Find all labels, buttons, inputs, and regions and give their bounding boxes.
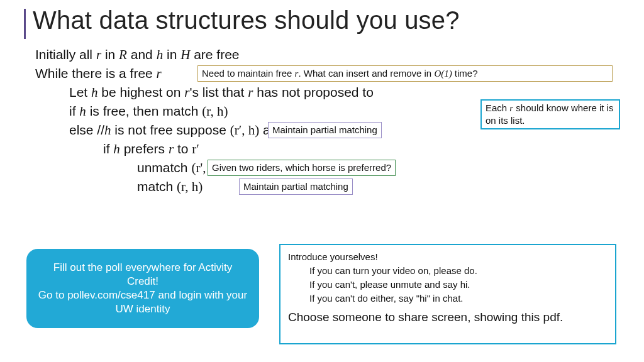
algo-line-3: Let h be highest on r's list that r has … [35, 83, 374, 102]
algo-line-1: Initially all r in R and h in H are free [35, 45, 374, 64]
poll-line-2: Go to pollev.com/cse417 and login with y… [38, 288, 248, 316]
algo-line-4: if h is free, then match (r, h) [35, 102, 374, 121]
intro-line-5: Choose someone to share screen, showing … [288, 309, 608, 326]
intro-line-2: If you can turn your video on, please do… [288, 264, 608, 278]
note-free-queue: Need to maintain free r. What can insert… [197, 65, 613, 82]
note-partial-matching-2: Maintain partial matching [239, 178, 353, 195]
algo-line-6: if h prefers r to r′ [35, 140, 374, 158]
intro-line-4: If you can't do either, say "hi" in chat… [288, 292, 608, 305]
intro-box: Introduce yourselves! If you can turn yo… [279, 244, 616, 344]
intro-line-1: Introduce yourselves! [288, 250, 608, 264]
note-preference-query: Given two riders, which horse is preferr… [208, 160, 396, 176]
note-position-on-list: Each r should know where it is on its li… [480, 99, 620, 129]
poll-line-1: Fill out the poll everywhere for Activit… [38, 261, 248, 288]
page-title: What data structures should you use? [33, 6, 460, 35]
intro-line-3: If you can't, please unmute and say hi. [288, 278, 608, 292]
note-partial-matching-1: Maintain partial matching [268, 122, 382, 138]
poll-callout: Fill out the poll everywhere for Activit… [26, 249, 259, 328]
title-accent-bar [24, 9, 26, 39]
